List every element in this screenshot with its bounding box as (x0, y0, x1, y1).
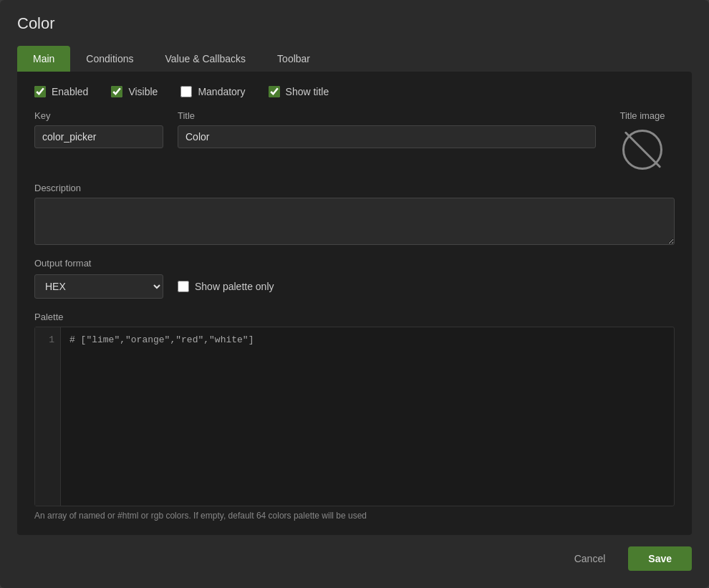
main-panel: Enabled Visible Mandatory Show title Key (17, 72, 692, 535)
tab-conditions[interactable]: Conditions (70, 46, 149, 72)
tab-value-callbacks[interactable]: Value & Callbacks (150, 46, 262, 72)
output-format-group: Output format HEX RGB HSL Show palette o… (34, 258, 675, 299)
show-title-checkbox[interactable]: Show title (269, 86, 329, 97)
title-group: Title (178, 110, 596, 148)
tab-toolbar[interactable]: Toolbar (261, 46, 326, 72)
key-label: Key (34, 110, 163, 121)
mandatory-checkbox[interactable]: Mandatory (180, 86, 245, 97)
key-group: Key (34, 110, 163, 148)
palette-editor: 1 (34, 327, 675, 506)
description-group: Description (34, 183, 675, 245)
title-input[interactable] (178, 125, 596, 148)
show-title-label: Show title (286, 86, 329, 97)
output-format-row: HEX RGB HSL Show palette only (34, 274, 675, 299)
show-palette-only-label: Show palette only (195, 281, 274, 292)
title-image-group: Title image (610, 110, 675, 170)
save-button[interactable]: Save (628, 546, 692, 571)
checkboxes-row: Enabled Visible Mandatory Show title (34, 86, 675, 97)
visible-input[interactable] (111, 86, 122, 97)
output-format-select[interactable]: HEX RGB HSL (34, 274, 163, 299)
key-title-row: Key Title Title image (34, 110, 675, 170)
enabled-checkbox[interactable]: Enabled (34, 86, 88, 97)
show-palette-only-input[interactable] (178, 281, 189, 292)
line-number-1: 1 (41, 334, 54, 345)
palette-label: Palette (34, 312, 675, 322)
footer: Cancel Save (17, 535, 692, 574)
output-format-label: Output format (34, 258, 675, 269)
palette-group: Palette 1 An array of named or #html or … (34, 312, 675, 521)
no-image-icon[interactable] (622, 130, 662, 170)
color-modal: Color Main Conditions Value & Callbacks … (0, 0, 709, 588)
description-textarea[interactable] (34, 198, 675, 245)
modal-title: Color (17, 14, 692, 33)
palette-code-input[interactable] (61, 327, 674, 506)
visible-label: Visible (128, 86, 158, 97)
enabled-label: Enabled (52, 86, 88, 97)
visible-checkbox[interactable]: Visible (111, 86, 158, 97)
tab-bar: Main Conditions Value & Callbacks Toolba… (17, 46, 692, 72)
cancel-button[interactable]: Cancel (560, 546, 620, 571)
mandatory-label: Mandatory (198, 86, 245, 97)
title-image-label: Title image (619, 110, 665, 121)
palette-hint: An array of named or #html or rgb colors… (34, 511, 675, 521)
tab-main[interactable]: Main (17, 46, 70, 72)
show-title-input[interactable] (269, 86, 280, 97)
enabled-input[interactable] (34, 86, 46, 97)
key-input[interactable] (34, 125, 163, 148)
title-label: Title (178, 110, 596, 121)
description-label: Description (34, 183, 675, 193)
mandatory-input[interactable] (180, 86, 192, 97)
show-palette-only-checkbox[interactable]: Show palette only (178, 281, 274, 292)
line-numbers: 1 (35, 327, 61, 506)
